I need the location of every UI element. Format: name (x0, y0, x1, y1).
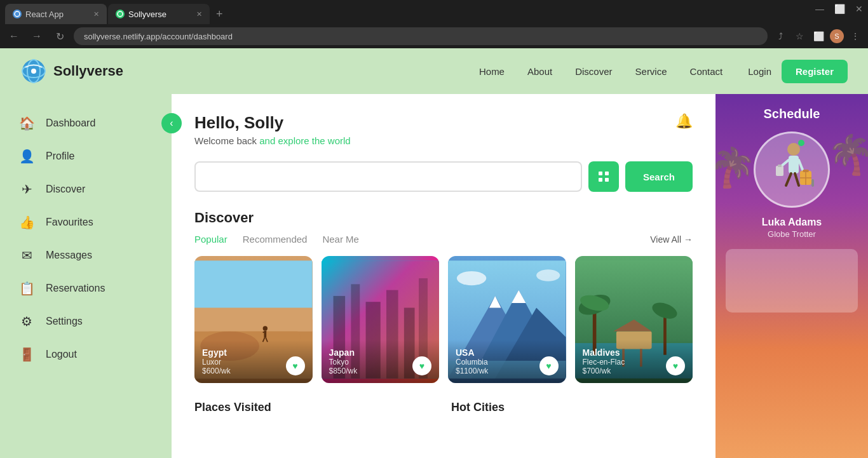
tab-react-app[interactable]: React App ✕ (5, 4, 107, 24)
svg-line-54 (795, 173, 799, 185)
sidebar-item-dashboard[interactable]: 🏠 Dashboard (0, 107, 172, 140)
brand-logo (20, 58, 47, 84)
brand-name: Sollyverse (53, 63, 123, 79)
card-egypt: Egypt Luxor $600/wk ♥ (194, 256, 313, 383)
new-tab-button[interactable]: + (211, 8, 228, 21)
messages-icon: ✉ (19, 248, 34, 263)
sidebar-label-settings: Settings (46, 316, 83, 327)
back-button[interactable]: ← (5, 27, 23, 45)
sidebar: ‹ 🏠 Dashboard 👤 Profile ✈ Discover 👍 Fav… (0, 94, 172, 458)
close-window-button[interactable]: ✕ (855, 4, 863, 14)
svg-rect-59 (811, 179, 814, 187)
nav-links: Home About Discover Service Contact (479, 66, 722, 77)
search-section: Search (194, 161, 693, 192)
card-info-maldives: Maldives Flec-en-Flac $700/wk ♥ (575, 340, 693, 383)
places-visited-title: Places Visited (194, 401, 436, 414)
sidebar-item-discover[interactable]: ✈ Discover (0, 173, 172, 206)
svg-rect-50 (789, 156, 799, 173)
tab-label-solly: Sollyverse (128, 10, 166, 19)
nav-discover[interactable]: Discover (575, 66, 612, 77)
forward-button[interactable]: → (28, 27, 46, 45)
tab-recommended[interactable]: Recommended (243, 234, 308, 245)
card-price-japan: $850/wk (329, 367, 358, 375)
svg-point-1 (118, 11, 123, 17)
svg-line-51 (781, 160, 789, 166)
card-fav-egypt[interactable]: ♥ (286, 356, 305, 375)
minimize-button[interactable]: — (815, 4, 824, 14)
profile-icon-browser[interactable]: S (830, 29, 844, 43)
nav-about[interactable]: About (527, 66, 552, 77)
greeting-title: Hello, Solly (194, 113, 351, 133)
tab-icon-react (13, 10, 22, 18)
card-info-egypt: Egypt Luxor $600/wk ♥ (194, 340, 313, 383)
card-country-japan: Japan (329, 347, 358, 358)
card-maldives: Maldives Flec-en-Flac $700/wk ♥ (575, 256, 693, 383)
svg-rect-7 (605, 172, 609, 175)
arrow-right-icon: → (684, 234, 693, 245)
tab-close-react[interactable]: ✕ (93, 10, 99, 18)
card-fav-japan[interactable]: ♥ (412, 356, 431, 375)
view-all-button[interactable]: View All → (650, 234, 693, 245)
search-button[interactable]: Search (625, 161, 693, 192)
card-price-egypt: $600/wk (202, 367, 231, 375)
svg-line-53 (786, 173, 791, 185)
card-text-usa: USA Columbia $1100/wk (456, 347, 488, 375)
sidebar-label-messages: Messages (46, 250, 92, 261)
sidebar-toggle-button[interactable]: ‹ (161, 113, 182, 133)
card-fav-maldives[interactable]: ♥ (666, 356, 685, 375)
palm-right-decoration: 🌴 (827, 132, 868, 177)
login-button[interactable]: Login (748, 66, 771, 77)
palm-left-decoration: 🌴 (715, 145, 757, 190)
card-city-japan: Tokyo (329, 358, 358, 367)
schedule-user-role: Globe Trotter (768, 229, 816, 239)
settings-icon: ⚙ (19, 314, 34, 329)
tab-near-me[interactable]: Near Me (322, 234, 359, 245)
tab-label-react: React App (25, 10, 64, 19)
svg-rect-60 (776, 166, 783, 176)
card-city-usa: Columbia (456, 358, 488, 367)
sidebar-item-favourites[interactable]: 👍 Favourites (0, 206, 172, 239)
svg-rect-9 (605, 178, 609, 182)
card-text-egypt: Egypt Luxor $600/wk (202, 347, 231, 375)
address-bar[interactable] (74, 27, 768, 45)
register-button[interactable]: Register (782, 60, 848, 83)
card-price-usa: $1100/wk (456, 367, 488, 375)
svg-rect-15 (194, 307, 313, 331)
discover-title: Discover (194, 210, 693, 226)
sidebar-item-reservations[interactable]: 📋 Reservations (0, 272, 172, 305)
tab-close-solly[interactable]: ✕ (196, 10, 202, 18)
top-navigation: Sollyverse Home About Discover Service C… (0, 48, 868, 94)
svg-rect-61 (778, 165, 782, 167)
card-fav-usa[interactable]: ♥ (539, 356, 559, 375)
maximize-button[interactable]: ⬜ (834, 4, 845, 14)
notification-bell[interactable]: 🔔 (675, 113, 693, 130)
extension-icon[interactable]: ⬜ (811, 29, 826, 44)
tab-sollyverse[interactable]: Sollyverse ✕ (108, 4, 210, 24)
sidebar-item-profile[interactable]: 👤 Profile (0, 140, 172, 173)
tab-popular[interactable]: Popular (194, 234, 227, 245)
svg-line-52 (799, 160, 803, 170)
greeting-section: Hello, Solly Welcome back and explore th… (194, 113, 693, 146)
sidebar-item-messages[interactable]: ✉ Messages (0, 239, 172, 272)
bookmark-icon[interactable]: ☆ (792, 29, 807, 44)
reload-button[interactable]: ↻ (51, 27, 69, 45)
nav-service[interactable]: Service (635, 66, 667, 77)
menu-icon[interactable]: ⋮ (848, 29, 863, 44)
card-city-egypt: Luxor (202, 358, 231, 367)
svg-point-49 (787, 143, 800, 156)
search-input[interactable] (194, 161, 582, 192)
share-icon[interactable]: ⤴ (773, 29, 788, 44)
svg-rect-8 (599, 178, 602, 182)
card-text-maldives: Maldives Flec-en-Flac $700/wk (583, 347, 625, 375)
nav-contact[interactable]: Contact (690, 66, 723, 77)
sidebar-item-settings[interactable]: ⚙ Settings (0, 305, 172, 338)
nav-home[interactable]: Home (479, 66, 505, 77)
card-japan: Japan Tokyo $850/wk ♥ (322, 256, 440, 383)
svg-point-36 (457, 271, 486, 285)
card-usa: USA Columbia $1100/wk ♥ (448, 256, 566, 383)
grid-view-button[interactable] (588, 161, 619, 192)
tab-icon-solly (116, 10, 125, 18)
schedule-avatar (754, 131, 830, 208)
discover-tabs: Popular Recommended Near Me View All → (194, 234, 693, 245)
sidebar-item-logout[interactable]: 🚪 Logout (0, 338, 172, 371)
